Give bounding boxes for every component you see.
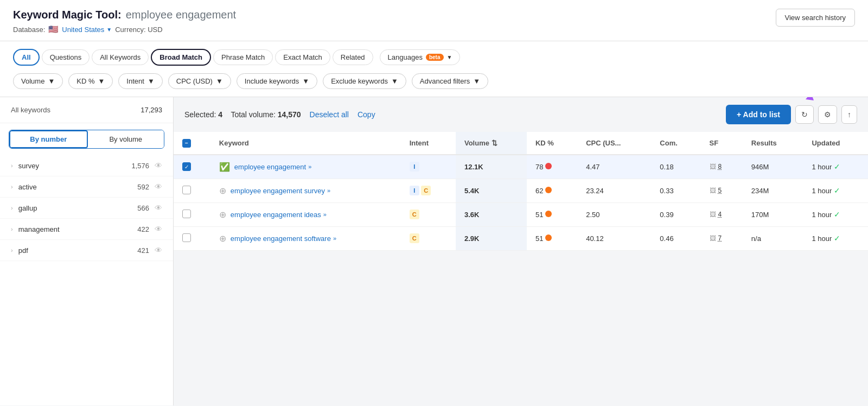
row-keyword-cell: ⊕ employee engagement software » — [210, 226, 401, 250]
view-history-button[interactable]: View search history — [776, 9, 855, 27]
chevron-right-icon: › — [11, 162, 13, 169]
eye-icon[interactable]: 👁 — [155, 246, 162, 255]
expand-icon[interactable]: » — [323, 211, 327, 218]
sidebar-item-gallup[interactable]: › gallup 566 👁 — [0, 198, 173, 219]
country-flag: 🇺🇸 — [48, 24, 59, 34]
settings-button[interactable]: ⚙ — [818, 105, 837, 124]
keyword-plus-icon[interactable]: ⊕ — [219, 186, 226, 196]
sidebar-item-active[interactable]: › active 592 👁 — [0, 176, 173, 198]
row-com-cell: 0.18 — [651, 155, 700, 179]
tab-exact-match[interactable]: Exact Match — [275, 49, 330, 65]
page-title-query: employee engagement — [126, 9, 236, 21]
deselect-all-button[interactable]: Deselect all — [310, 110, 349, 119]
row-kd-cell: 51 — [527, 226, 577, 250]
tab-all-keywords[interactable]: All Keywords — [92, 49, 149, 65]
tab-languages[interactable]: Languages beta ▼ — [380, 49, 461, 65]
tab-broad-match[interactable]: Broad Match — [151, 49, 211, 66]
kd-dot-orange — [545, 187, 552, 193]
languages-chevron-icon: ▼ — [447, 54, 452, 60]
arrow-annotation — [760, 97, 825, 105]
updated-check-icon: ✓ — [834, 234, 840, 243]
intent-badge-i: I — [410, 162, 419, 172]
cpc-chevron-icon: ▼ — [216, 77, 223, 85]
col-sf: SF — [701, 132, 743, 155]
sf-number: 5 — [718, 187, 722, 194]
db-label: Database: — [13, 26, 45, 34]
row-results-cell: 946M — [743, 155, 803, 179]
col-volume[interactable]: Volume ⇅ — [456, 132, 527, 155]
eye-icon[interactable]: 👁 — [155, 225, 162, 233]
col-intent: Intent — [401, 132, 456, 155]
sort-by-number-btn[interactable]: By number — [9, 130, 88, 148]
row-checkbox[interactable]: ✓ — [182, 162, 191, 171]
expand-icon[interactable]: » — [308, 163, 311, 170]
expand-icon[interactable]: » — [333, 235, 336, 242]
row-checkbox-cell[interactable] — [174, 226, 210, 250]
row-keyword-cell: ⊕ employee engagement ideas » — [210, 202, 401, 226]
table-row: ⊕ employee engagement software » — [174, 226, 868, 250]
kd-filter[interactable]: KD % ▼ — [68, 73, 113, 89]
cpc-filter[interactable]: CPC (USD) ▼ — [168, 73, 231, 89]
minus-icon: − — [185, 140, 188, 146]
row-checkbox-cell[interactable] — [174, 202, 210, 226]
col-cpc: CPC (US... — [577, 132, 651, 155]
tab-questions[interactable]: Questions — [42, 49, 90, 65]
refresh-icon: ↻ — [801, 110, 808, 119]
intent-badge-c: C — [410, 210, 419, 219]
row-checkbox-cell[interactable] — [174, 179, 210, 202]
tab-all[interactable]: All — [13, 49, 40, 66]
advanced-filters[interactable]: Advanced filters ▼ — [412, 73, 488, 89]
sidebar-keyword-label: pdf — [18, 246, 138, 255]
row-checkbox[interactable] — [182, 210, 191, 218]
row-com-cell: 0.46 — [651, 226, 700, 250]
row-volume-cell: 12.1K — [456, 155, 527, 179]
expand-icon[interactable]: » — [327, 187, 330, 194]
keyword-link[interactable]: employee engagement software — [231, 234, 331, 243]
sidebar-keyword-label: survey — [18, 162, 132, 170]
eye-icon[interactable]: 👁 — [155, 204, 162, 212]
keyword-link[interactable]: employee engagement survey — [231, 187, 325, 195]
tab-related[interactable]: Related — [333, 49, 373, 65]
sf-number: 7 — [718, 234, 722, 242]
sidebar-item-pdf[interactable]: › pdf 421 👁 — [0, 240, 173, 261]
select-all-checkbox[interactable]: − — [182, 139, 191, 148]
row-checkbox[interactable] — [182, 186, 191, 194]
eye-icon[interactable]: 👁 — [155, 161, 162, 170]
row-checkbox-cell[interactable]: ✓ — [174, 155, 210, 179]
keyword-link[interactable]: employee engagement — [234, 163, 306, 171]
row-kd-cell: 78 — [527, 155, 577, 179]
keyword-link[interactable]: employee engagement ideas — [231, 211, 321, 219]
sf-image-icon: 🖼 — [710, 211, 716, 218]
sidebar-keyword-count: 592 — [137, 183, 149, 191]
table-row: ⊕ employee engagement survey » — [174, 179, 868, 202]
include-chevron-icon: ▼ — [302, 77, 309, 85]
sidebar-item-survey[interactable]: › survey 1,576 👁 — [0, 155, 173, 176]
keyword-status-icon: ✅ — [219, 162, 230, 172]
add-to-list-button[interactable]: + Add to list — [726, 105, 791, 124]
eye-icon[interactable]: 👁 — [155, 182, 162, 191]
include-keywords-filter[interactable]: Include keywords ▼ — [237, 73, 317, 89]
copy-button[interactable]: Copy — [358, 110, 375, 119]
sidebar-item-management[interactable]: › management 422 👁 — [0, 219, 173, 240]
intent-chevron-icon: ▼ — [148, 77, 155, 85]
tab-phrase-match[interactable]: Phrase Match — [213, 49, 273, 65]
row-updated-cell: 1 hour ✓ — [803, 155, 868, 179]
keyword-plus-icon[interactable]: ⊕ — [219, 210, 226, 220]
exclude-keywords-filter[interactable]: Exclude keywords ▼ — [323, 73, 406, 89]
sidebar-keyword-count: 421 — [137, 246, 149, 255]
refresh-button[interactable]: ↻ — [795, 105, 814, 124]
sf-image-icon: 🖼 — [710, 187, 716, 194]
row-checkbox[interactable] — [182, 233, 191, 242]
sidebar-keyword-label: active — [18, 183, 138, 191]
volume-filter[interactable]: Volume ▼ — [13, 73, 63, 89]
cpc-filter-label: CPC (USD) — [176, 77, 213, 85]
intent-filter[interactable]: Intent ▼ — [118, 73, 162, 89]
sort-by-volume-btn[interactable]: By volume — [88, 130, 164, 148]
db-country-link[interactable]: United States ▼ — [62, 26, 112, 34]
export-button[interactable]: ↑ — [841, 105, 857, 124]
row-sf-cell: 🖼 8 — [701, 155, 743, 179]
keyword-plus-icon[interactable]: ⊕ — [219, 233, 226, 244]
intent-badge-c: C — [410, 233, 419, 243]
chevron-right-icon: › — [11, 183, 13, 190]
col-checkbox[interactable]: − — [174, 132, 210, 155]
